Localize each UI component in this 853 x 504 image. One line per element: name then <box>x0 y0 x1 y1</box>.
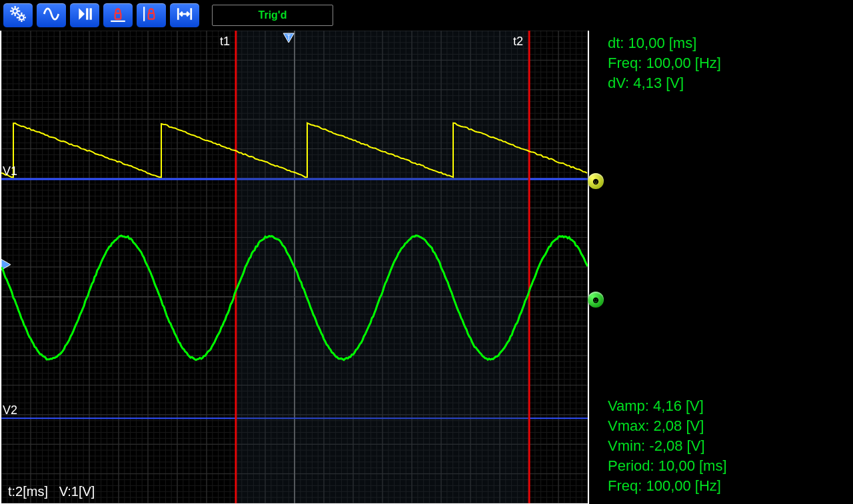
sine-icon <box>43 5 60 25</box>
trigger-status-label: Trig'd <box>259 9 287 21</box>
readout-dv: dV: 4,13 [V] <box>608 73 721 93</box>
svg-marker-2 <box>79 8 85 19</box>
lock-h-icon <box>109 5 127 25</box>
readout-vmin: Vmin: -2,08 [V] <box>608 436 727 456</box>
measurement-readout: Vamp: 4,16 [V] Vmax: 2,08 [V] Vmin: -2,0… <box>608 396 727 496</box>
svg-point-0 <box>13 9 17 13</box>
fit-width-button[interactable] <box>169 3 200 28</box>
svg-rect-3 <box>86 8 88 19</box>
channel-1-marker[interactable]: ☻ <box>588 173 604 189</box>
svg-rect-229 <box>236 31 529 503</box>
settings-icon <box>9 5 27 25</box>
smiley-icon: ☻ <box>591 176 601 186</box>
volt-div-label: V:1[V] <box>59 484 95 499</box>
time-div-label: t:2[ms] <box>8 484 48 499</box>
play-pause-icon <box>76 5 93 25</box>
readout-vamp: Vamp: 4,16 [V] <box>608 396 727 416</box>
lock-v-icon <box>143 5 160 25</box>
oscilloscope-display[interactable]: T t1 t2 V1 V2 t:2[ms] V:1[V] <box>0 31 589 504</box>
readout-dt: dt: 10,00 [ms] <box>608 33 721 53</box>
toolbar: Trig'd <box>3 3 333 28</box>
signal-button[interactable] <box>36 3 67 28</box>
play-pause-button[interactable] <box>69 3 100 28</box>
fit-width-icon <box>176 5 193 25</box>
scope-canvas: T <box>1 31 588 503</box>
svg-point-1 <box>19 15 23 19</box>
readout-vmax: Vmax: 2,08 [V] <box>608 416 727 436</box>
trigger-status: Trig'd <box>212 5 333 26</box>
svg-rect-5 <box>115 13 121 19</box>
svg-rect-4 <box>90 8 92 19</box>
channel-2-marker[interactable]: ☻ <box>588 292 604 308</box>
svg-text:T: T <box>287 34 291 41</box>
cursor-readout: dt: 10,00 [ms] Freq: 100,00 [Hz] dV: 4,1… <box>608 33 721 93</box>
readout-period: Period: 10,00 [ms] <box>608 456 727 476</box>
lock-h-button[interactable] <box>103 3 133 28</box>
settings-button[interactable] <box>3 3 33 28</box>
readout-freq: Freq: 100,00 [Hz] <box>608 53 721 73</box>
axis-readout: t:2[ms] V:1[V] <box>8 484 95 499</box>
readout-freq2: Freq: 100,00 [Hz] <box>608 476 727 496</box>
lock-v-button[interactable] <box>136 3 167 28</box>
svg-rect-6 <box>149 13 155 19</box>
smiley-icon: ☻ <box>591 294 601 305</box>
